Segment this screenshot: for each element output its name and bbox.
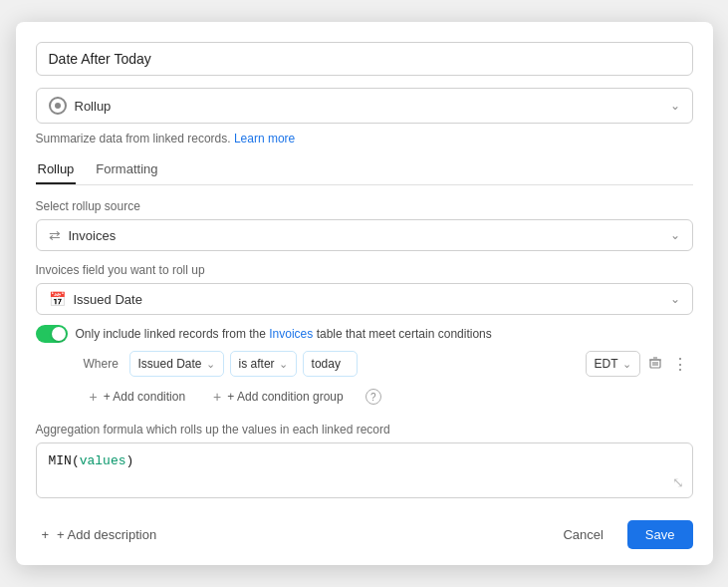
cancel-button[interactable]: Cancel [549, 520, 616, 549]
where-label: Where [84, 357, 123, 371]
condition-field-value: Issued Date [138, 357, 202, 371]
more-icon: ⋮ [672, 356, 689, 373]
add-description-label: + Add description [57, 527, 156, 542]
save-button[interactable]: Save [627, 520, 693, 549]
summarize-description: Summarize data from linked records. Lear… [36, 132, 693, 146]
modal-container: Rollup ⌄ Summarize data from linked reco… [16, 22, 713, 565]
rollup-source-dropdown[interactable]: ⇄ Invoices ⌄ [36, 219, 693, 251]
condition-value-display: today [303, 351, 358, 377]
trash-icon [648, 356, 662, 370]
learn-more-link[interactable]: Learn more [234, 132, 295, 146]
calendar-icon: 📅 [49, 291, 66, 307]
rollup-field-chevron-icon: ⌄ [670, 292, 680, 306]
tab-bar: Rollup Formatting [36, 155, 693, 185]
resize-handle[interactable]: ⤡ [672, 474, 684, 491]
condition-timezone-dropdown[interactable]: EDT ⌄ [586, 351, 640, 377]
rollup-field-label: Invoices field you want to roll up [36, 263, 693, 277]
aggregation-label: Aggregation formula which rolls up the v… [36, 423, 693, 437]
help-icon[interactable]: ? [365, 389, 381, 405]
add-condition-button[interactable]: + + Add condition [84, 385, 192, 409]
plus-icon: + [90, 389, 98, 405]
where-row: Where Issued Date ⌄ is after ⌄ today EDT… [84, 351, 693, 377]
conditions-section: Only include linked records from the Inv… [36, 325, 693, 409]
aggregation-close-text: ) [126, 453, 134, 468]
condition-row: Where Issued Date ⌄ is after ⌄ today EDT… [36, 351, 693, 377]
field-type-chevron-icon: ⌄ [670, 99, 680, 113]
add-condition-label: + Add condition [104, 390, 185, 404]
add-condition-group-label: + Add condition group [227, 390, 343, 404]
condition-more-button[interactable]: ⋮ [668, 353, 693, 376]
add-condition-group-button[interactable]: + + Add condition group [207, 385, 350, 409]
invoices-icon: ⇄ [49, 227, 61, 243]
condition-timezone-value: EDT [595, 357, 618, 371]
aggregation-min-text: MIN( [49, 453, 80, 468]
condition-field-chevron-icon: ⌄ [206, 358, 215, 371]
field-name-input[interactable] [36, 42, 693, 76]
toggle-row: Only include linked records from the Inv… [36, 325, 693, 343]
condition-timezone-chevron-icon: ⌄ [622, 358, 631, 371]
rollup-source-label: Select rollup source [36, 199, 693, 213]
rollup-source-chevron-icon: ⌄ [670, 228, 680, 242]
tab-formatting[interactable]: Formatting [94, 155, 159, 184]
add-conditions-row: + + Add condition + + Add condition grou… [84, 385, 693, 409]
footer-actions: Cancel Save [549, 520, 692, 549]
aggregation-values-text: values [80, 453, 126, 468]
field-type-dropdown[interactable]: Rollup ⌄ [36, 88, 693, 124]
condition-delete-button[interactable] [644, 354, 666, 375]
rollup-field-value: Issued Date [74, 292, 142, 307]
field-type-label: Rollup [75, 99, 112, 114]
toggle-label: Only include linked records from the Inv… [76, 327, 492, 341]
plus-desc-icon: + [42, 527, 50, 542]
tab-rollup[interactable]: Rollup [36, 155, 77, 184]
condition-operator-dropdown[interactable]: is after ⌄ [230, 351, 297, 377]
rollup-field-dropdown[interactable]: 📅 Issued Date ⌄ [36, 283, 693, 315]
condition-field-dropdown[interactable]: Issued Date ⌄ [129, 351, 224, 377]
conditions-toggle[interactable] [36, 325, 68, 343]
plus-group-icon: + [213, 389, 221, 405]
rollup-type-icon [49, 97, 67, 115]
condition-operator-chevron-icon: ⌄ [279, 358, 288, 371]
modal-footer: + + Add description Cancel Save [36, 512, 693, 549]
add-description-button[interactable]: + + Add description [36, 523, 163, 546]
rollup-source-value: Invoices [69, 228, 117, 243]
condition-operator-value: is after [239, 357, 275, 371]
